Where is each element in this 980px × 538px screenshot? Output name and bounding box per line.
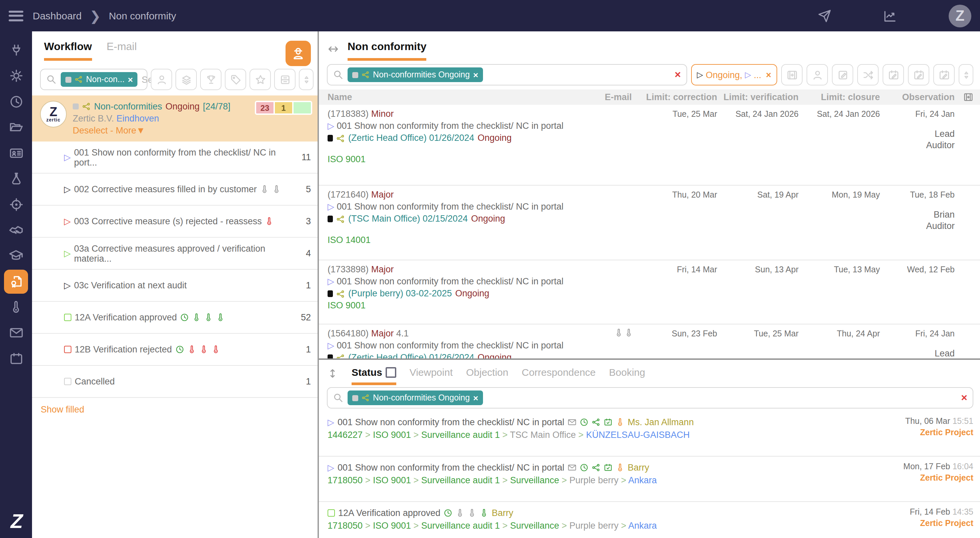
sidebar-item-targets[interactable] [4,192,28,216]
status-filter-chip[interactable]: Non-conformities Ongoing × [348,391,483,405]
resize-panel-icon[interactable] [327,368,338,379]
filter-card-button[interactable] [274,69,296,90]
send-icon[interactable] [818,9,831,22]
col-email[interactable]: E-mail [577,92,633,102]
crumb-audit[interactable]: Surveillance audit 1 [421,430,510,440]
col-name[interactable]: Name [319,92,577,102]
project-label[interactable]: Zertic Project [873,518,973,529]
status-list-item[interactable]: ▷ 001 Show non conformity from the check… [319,411,980,457]
crumb-standard[interactable]: ISO 9001 [373,430,421,440]
checkbox-swatch[interactable] [73,104,79,110]
chip-close-icon[interactable]: × [128,74,133,85]
crumb-city-link[interactable]: Ankara [628,520,657,531]
sidebar-item-history[interactable] [4,89,28,113]
tab-correspondence[interactable]: Correspondence [522,366,596,383]
add-card-button[interactable] [781,64,803,85]
filter-tag-button[interactable] [225,69,246,90]
state-row-003[interactable]: ▷003 Corrective measure (s) rejected - r… [32,206,318,238]
sidebar-item-projects[interactable] [4,115,28,139]
assign-auditor-button[interactable] [286,41,311,66]
crumb-standard[interactable]: ISO 9001 [373,475,421,485]
filter-person-button[interactable] [151,69,172,90]
sidebar-item-plug[interactable] [4,38,28,62]
clear-search-icon[interactable]: × [675,69,681,81]
col-observation[interactable]: Observation [881,92,956,102]
state-row-03a[interactable]: ▷03a Corrective measures approved / veri… [32,238,318,270]
nc-org-date[interactable]: (TSC Main Office) 02/15/2024 [348,213,468,225]
crumb-city-link[interactable]: Ankara [628,475,657,485]
avatar[interactable]: Z [949,4,971,27]
crumb-audit[interactable]: Surveillance audit 1 [421,520,510,531]
state-row-001[interactable]: ▷001 Show non conformity from the checkl… [32,142,318,174]
breadcrumb-dashboard[interactable]: Dashboard [33,10,82,21]
tab-objection[interactable]: Objection [466,366,508,383]
add-column-icon[interactable] [956,92,980,102]
state-filter-chip[interactable]: ▷ Ongoing, ▷ ... × [691,64,777,85]
deselect-more-links[interactable]: Deselect - More [73,126,137,136]
tab-email[interactable]: E-mail [107,41,137,58]
tab-status[interactable]: Status [352,366,396,385]
nonconformity-search-input[interactable]: Non-conformities Ongoing × × [327,64,687,85]
crumb-city-link[interactable]: KÜNZELSAU-GAISBACH [586,430,690,440]
nc-standard[interactable]: ISO 14001 [328,234,574,246]
nonconformity-filter-chip[interactable]: Non-conformities Ongoing × [348,67,483,82]
crumb-audit[interactable]: Surveillance audit 1 [421,475,510,485]
sidebar-item-settings[interactable] [4,64,28,88]
sort-button[interactable] [959,64,973,85]
hamburger-menu-icon[interactable] [9,10,23,21]
edit-button[interactable] [832,64,853,85]
company-city-link[interactable]: Eindhoven [116,113,159,123]
table-row[interactable]: (1564180) Major 4.1 ▷ 001 Show non confo… [319,324,980,358]
selected-workflow-card[interactable]: Zzertic Non-conformities Ongoing [24/78]… [32,96,318,142]
table-row[interactable]: (1718383) Minor ▷ 001 Show non conformit… [319,105,980,185]
swap-panels-icon[interactable] [327,43,340,56]
sidebar-item-lab[interactable] [4,166,28,191]
show-filled-link[interactable]: Show filled [32,398,318,415]
filter-star-button[interactable] [250,69,271,90]
sort-button[interactable] [299,69,313,90]
crumb-standard[interactable]: ISO 9001 [373,520,421,531]
col-verification[interactable]: Limit: verification [719,92,800,102]
nc-standard[interactable]: ISO 9001 [328,153,574,166]
status-list-item[interactable]: 12A Verification approved Barry 1718050I… [319,502,980,536]
project-label[interactable]: Zertic Project [873,427,973,439]
col-closure[interactable]: Limit: closure [800,92,881,102]
more-dropdown-icon[interactable]: ▼ [137,126,145,136]
assignee-name[interactable]: Barry [628,461,649,474]
project-label[interactable]: Zertic Project [873,473,973,484]
table-row[interactable]: (1721640) Major ▷ 001 Show non conformit… [319,185,980,260]
assignee-name[interactable]: Barry [492,507,513,519]
nc-standard[interactable]: ISO 9001 [328,300,574,312]
nc-org-date[interactable]: (Purple berry) 03-02-2025 [348,288,452,300]
clear-search-icon[interactable]: × [961,392,967,404]
filter-close-icon[interactable]: × [766,70,771,80]
sidebar-item-contacts[interactable] [4,141,28,165]
workflow-search-input[interactable]: Non-con... × Search × [40,69,148,90]
state-row-12b[interactable]: 12B Verification rejected1 [32,334,318,366]
filter-layers-button[interactable] [175,69,197,90]
workflow-filter-chip[interactable]: Non-con... × [61,72,138,87]
crumb-id[interactable]: 1718050 [328,475,373,485]
crumb-type[interactable]: Surveillance [510,520,570,531]
sidebar-item-partners[interactable] [4,218,28,242]
sidebar-item-certificates-active[interactable] [4,269,28,293]
chip-close-icon[interactable]: × [473,393,478,403]
col-correction[interactable]: Limit: correction [633,92,719,102]
schedule-verification-button[interactable] [908,64,929,85]
state-row-03c[interactable]: ▷03c Verification at next audit1 [32,270,318,302]
state-row-cancelled[interactable]: Cancelled1 [32,366,318,398]
sidebar-item-training[interactable] [4,244,28,268]
sidebar-item-thermometer[interactable] [4,295,28,319]
state-row-12a[interactable]: 12A Verification approved52 [32,302,318,334]
status-list-item[interactable]: ▷ 001 Show non conformity from the check… [319,457,980,502]
status-search-input[interactable]: Non-conformities Ongoing × × [327,387,973,409]
tab-viewpoint[interactable]: Viewpoint [410,366,453,383]
tab-workflow[interactable]: Workflow [44,41,92,61]
assign-person-button[interactable] [807,64,828,85]
chart-icon[interactable] [883,9,897,22]
nc-org-date[interactable]: (Zertic Head Office) 01/26/2024 [348,352,474,358]
filter-trophy-button[interactable] [200,69,221,90]
shuffle-button[interactable] [857,64,878,85]
chip-close-icon[interactable]: × [473,70,478,80]
table-row[interactable]: (1733898) Major ▷ 001 Show non conformit… [319,260,980,324]
